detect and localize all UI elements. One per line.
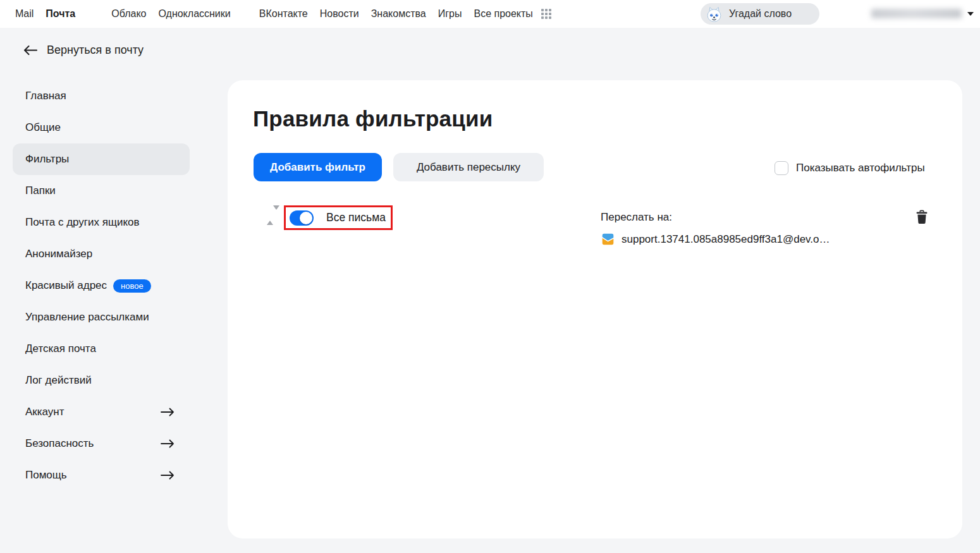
guess-word-label: Угадай слово: [729, 8, 792, 20]
sidebar-item-label: Папки: [25, 185, 56, 197]
sidebar-item-label: Помощь: [25, 469, 67, 482]
account-email-blurred: [871, 9, 962, 18]
sidebar-item-mailing-management[interactable]: Управление рассылками: [13, 301, 190, 333]
nav-cloud[interactable]: Облако: [111, 8, 146, 20]
settings-sidebar: Главная Общие Фильтры Папки Почта с друг…: [13, 80, 190, 491]
sidebar-item-label: Фильтры: [25, 153, 69, 166]
sidebar-item-label: Безопасность: [25, 437, 94, 450]
filter-toggle-highlight: Все письма: [284, 205, 393, 230]
arrow-right-icon: [161, 439, 175, 448]
toggle-knob: [300, 212, 312, 224]
filter-enabled-toggle[interactable]: [290, 210, 314, 226]
move-down-icon[interactable]: [273, 205, 279, 221]
top-nav-links: Mail Почта Облако Одноклассники ВКонтакт…: [0, 8, 552, 20]
sidebar-item-label: Общие: [25, 121, 61, 134]
sidebar-item-kids-mail[interactable]: Детская почта: [13, 333, 190, 365]
sidebar-item-filters[interactable]: Фильтры: [13, 143, 190, 175]
trash-icon: [916, 210, 928, 224]
autofilters-label: Показывать автофильтры: [796, 162, 925, 174]
sidebar-item-label: Лог действий: [25, 374, 92, 387]
sidebar-item-action-log[interactable]: Лог действий: [13, 365, 190, 396]
husky-mascot-icon: [706, 6, 723, 23]
apps-grid-icon[interactable]: [541, 9, 552, 20]
sidebar-item-label: Красивый адрес: [25, 279, 107, 292]
sidebar-item-label: Аккаунт: [25, 406, 64, 418]
sidebar-item-pretty-address[interactable]: Красивый адрес новое: [13, 270, 190, 301]
show-autofilters-control[interactable]: Показывать автофильтры: [775, 161, 925, 175]
forward-address-text: support.13741.085a8985ed9ff3a1@dev.o…: [622, 233, 830, 246]
new-badge: новое: [113, 279, 151, 293]
page-title: Правила фильтрации: [253, 106, 493, 131]
sidebar-item-label: Главная: [25, 90, 66, 102]
caret-down-icon: [967, 12, 974, 16]
sidebar-item-label: Анонимайзер: [25, 248, 92, 260]
nav-mail[interactable]: Mail: [15, 8, 34, 20]
filter-rules-card: Правила фильтрации Добавить фильтр Добав…: [228, 80, 962, 538]
back-to-mail-link[interactable]: Вернуться в почту: [23, 44, 144, 57]
autofilters-checkbox[interactable]: [775, 161, 788, 175]
nav-games[interactable]: Игры: [438, 8, 462, 20]
top-navigation-bar: Mail Почта Облако Одноклассники ВКонтакт…: [0, 0, 980, 28]
move-up-icon[interactable]: [267, 210, 273, 225]
back-link-label: Вернуться в почту: [47, 44, 144, 57]
nav-odnoklassniki[interactable]: Одноклассники: [158, 8, 230, 20]
sidebar-item-security[interactable]: Безопасность: [13, 428, 190, 459]
forward-address-row: support.13741.085a8985ed9ff3a1@dev.o…: [601, 233, 830, 246]
mail-settings-page: Mail Почта Облако Одноклассники ВКонтакт…: [0, 0, 980, 553]
nav-pochta[interactable]: Почта: [46, 8, 75, 20]
nav-vkontakte[interactable]: ВКонтакте: [259, 8, 308, 20]
filter-reorder-controls: [267, 210, 276, 221]
sidebar-item-general[interactable]: Общие: [13, 112, 190, 143]
filter-name-link[interactable]: Все письма: [326, 211, 386, 224]
arrow-right-icon: [161, 471, 175, 480]
delete-filter-button[interactable]: [914, 209, 929, 228]
sidebar-item-other-mailboxes[interactable]: Почта с других ящиков: [13, 207, 190, 238]
sidebar-item-label: Детская почта: [25, 343, 96, 355]
account-menu[interactable]: [871, 9, 974, 18]
sidebar-item-account[interactable]: Аккаунт: [13, 396, 190, 428]
sidebar-item-folders[interactable]: Папки: [13, 175, 190, 207]
add-forwarding-button[interactable]: Добавить пересылку: [393, 153, 544, 181]
sidebar-item-label: Почта с других ящиков: [25, 216, 140, 229]
sidebar-item-main[interactable]: Главная: [13, 80, 190, 112]
guess-word-game-button[interactable]: Угадай слово: [701, 3, 819, 25]
sidebar-item-help[interactable]: Помощь: [13, 459, 190, 491]
back-arrow-icon: [23, 45, 38, 56]
mail-envelope-icon: [601, 233, 615, 246]
arrow-right-icon: [161, 408, 175, 416]
sidebar-item-label: Управление рассылками: [25, 311, 149, 324]
nav-dating[interactable]: Знакомства: [371, 8, 426, 20]
nav-news[interactable]: Новости: [320, 8, 359, 20]
add-filter-button[interactable]: Добавить фильтр: [254, 153, 382, 181]
sidebar-item-anonymizer[interactable]: Анонимайзер: [13, 238, 190, 270]
nav-all-projects[interactable]: Все проекты: [474, 8, 532, 20]
forward-to-label: Переслать на:: [601, 211, 672, 224]
